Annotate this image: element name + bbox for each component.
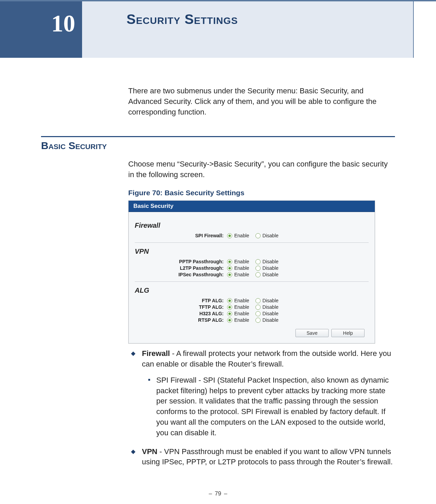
- option-row: PPTP Passthrough:EnableDisable: [135, 259, 369, 264]
- radio-label: Disable: [263, 233, 279, 238]
- group-divider: [135, 281, 369, 282]
- radio-dot-icon: [255, 318, 261, 323]
- radio-dot-icon: [255, 259, 261, 264]
- radio-dot-icon: [255, 298, 261, 303]
- bullet-vpn-term: VPN: [142, 447, 157, 456]
- option-label: RTSP ALG:: [135, 317, 227, 323]
- bullet-firewall-term: Firewall: [142, 349, 170, 358]
- radio-label: Enable: [234, 265, 249, 271]
- radio-dot-icon: [255, 233, 261, 238]
- save-button[interactable]: Save: [295, 329, 329, 337]
- screenshot-title-bar: Basic Security: [129, 201, 375, 212]
- option-label: FTP ALG:: [135, 298, 227, 303]
- radio-label: Enable: [234, 298, 249, 303]
- screenshot-group-alg: ALG: [135, 287, 369, 294]
- radio-dot-icon: [227, 272, 232, 277]
- radio-enable[interactable]: Enable: [227, 311, 249, 316]
- radio-label: Enable: [234, 304, 249, 310]
- chapter-number: 10: [0, 1, 82, 58]
- radio-label: Disable: [263, 259, 279, 264]
- radio-disable[interactable]: Disable: [255, 259, 279, 264]
- option-label: TFTP ALG:: [135, 304, 227, 310]
- option-row: TFTP ALG:EnableDisable: [135, 304, 369, 310]
- option-label: L2TP Passthrough:: [135, 265, 227, 271]
- radio-disable[interactable]: Disable: [255, 311, 279, 316]
- radio-disable[interactable]: Disable: [255, 272, 279, 277]
- bullet-firewall: Firewall - A firewall protects your netw…: [128, 348, 395, 438]
- radio-dot-icon: [255, 272, 261, 277]
- option-label: SPI Firewall:: [135, 233, 227, 238]
- option-label: H323 ALG:: [135, 311, 227, 316]
- radio-label: Disable: [263, 311, 279, 316]
- radio-enable[interactable]: Enable: [227, 317, 249, 323]
- option-row: RTSP ALG:EnableDisable: [135, 317, 369, 323]
- radio-dot-icon: [227, 318, 232, 323]
- radio-label: Enable: [234, 272, 249, 277]
- radio-dot-icon: [255, 305, 261, 310]
- radio-enable[interactable]: Enable: [227, 272, 249, 277]
- radio-disable[interactable]: Disable: [255, 265, 279, 271]
- chapter-header: 10 Security Settings: [0, 1, 436, 58]
- screenshot-group-vpn: VPN: [135, 248, 369, 255]
- radio-enable[interactable]: Enable: [227, 265, 249, 271]
- bullet-vpn-desc: - VPN Passthrough must be enabled if you…: [142, 447, 393, 466]
- radio-label: Disable: [263, 265, 279, 271]
- figure-caption: Figure 70: Basic Security Settings: [128, 188, 395, 198]
- section-lead: Choose menu “Security->Basic Security”, …: [128, 159, 395, 180]
- radio-label: Enable: [234, 233, 249, 238]
- help-button[interactable]: Help: [331, 329, 365, 337]
- radio-disable[interactable]: Disable: [255, 304, 279, 310]
- page-footer: –79–: [0, 490, 436, 497]
- option-label: PPTP Passthrough:: [135, 259, 227, 264]
- bullet-vpn: VPN - VPN Passthrough must be enabled if…: [128, 447, 395, 468]
- radio-dot-icon: [255, 266, 261, 271]
- radio-dot-icon: [227, 259, 232, 264]
- radio-dot-icon: [255, 311, 261, 316]
- radio-dot-icon: [227, 266, 232, 271]
- subbullet-spi-firewall: SPI Firewall - SPI (Stateful Packet Insp…: [142, 375, 395, 438]
- radio-label: Disable: [263, 298, 279, 303]
- intro-text: There are two submenus under the Securit…: [128, 86, 395, 117]
- radio-dot-icon: [227, 233, 232, 238]
- screenshot-group-firewall: Firewall: [135, 222, 369, 229]
- radio-dot-icon: [227, 305, 232, 310]
- option-row: FTP ALG:EnableDisable: [135, 298, 369, 303]
- radio-enable[interactable]: Enable: [227, 298, 249, 303]
- option-row: L2TP Passthrough:EnableDisable: [135, 265, 369, 271]
- radio-enable[interactable]: Enable: [227, 259, 249, 264]
- screenshot-button-row: SaveHelp: [135, 324, 369, 338]
- radio-enable[interactable]: Enable: [227, 233, 249, 238]
- radio-enable[interactable]: Enable: [227, 304, 249, 310]
- radio-disable[interactable]: Disable: [255, 298, 279, 303]
- radio-label: Disable: [263, 317, 279, 323]
- radio-dot-icon: [227, 311, 232, 316]
- radio-label: Disable: [263, 304, 279, 310]
- chapter-title: Security Settings: [82, 1, 414, 58]
- section-rule: [41, 136, 395, 137]
- radio-label: Disable: [263, 272, 279, 277]
- radio-label: Enable: [234, 311, 249, 316]
- screenshot-basic-security: Basic Security FirewallSPI Firewall:Enab…: [128, 200, 375, 344]
- option-row: IPSec Passthrough:EnableDisable: [135, 272, 369, 277]
- bullet-firewall-desc: - A firewall protects your network from …: [142, 349, 391, 368]
- section-heading-basic-security: Basic Security: [41, 140, 395, 151]
- option-row: H323 ALG:EnableDisable: [135, 311, 369, 316]
- group-divider: [135, 242, 369, 243]
- radio-label: Enable: [234, 317, 249, 323]
- radio-disable[interactable]: Disable: [255, 233, 279, 238]
- option-row: SPI Firewall:EnableDisable: [135, 233, 369, 238]
- radio-dot-icon: [227, 298, 232, 303]
- option-label: IPSec Passthrough:: [135, 272, 227, 277]
- radio-disable[interactable]: Disable: [255, 317, 279, 323]
- radio-label: Enable: [234, 259, 249, 264]
- page-number: 79: [215, 490, 221, 497]
